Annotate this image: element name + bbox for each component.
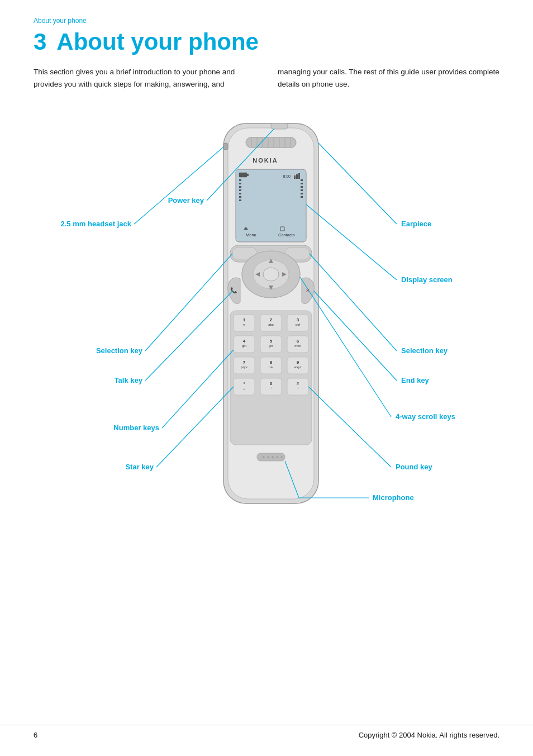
- svg-text:Star key: Star key: [125, 463, 154, 471]
- svg-line-94: [134, 147, 223, 224]
- svg-point-43: [263, 268, 279, 281]
- svg-rect-14: [236, 169, 306, 242]
- svg-point-92: [281, 457, 283, 458]
- svg-line-98: [310, 254, 397, 351]
- svg-point-88: [263, 457, 265, 458]
- footer: 6 Copyright © 2004 Nokia. All rights res…: [0, 725, 533, 739]
- svg-line-103: [156, 387, 234, 467]
- svg-text:ghi: ghi: [242, 344, 246, 348]
- svg-text:8: 8: [270, 360, 273, 365]
- svg-text:7: 7: [243, 360, 246, 365]
- svg-text:End key: End key: [401, 376, 430, 384]
- svg-text:4: 4: [243, 339, 246, 344]
- svg-text:pqrs: pqrs: [241, 365, 248, 369]
- svg-text:📞: 📞: [230, 287, 237, 294]
- svg-rect-25: [239, 193, 241, 194]
- svg-text:3: 3: [297, 317, 299, 322]
- svg-text:def: def: [296, 323, 301, 326]
- svg-text:Contacts: Contacts: [278, 232, 295, 237]
- svg-text:#: #: [297, 381, 299, 386]
- svg-text:Earpiece: Earpiece: [401, 220, 431, 228]
- copyright: Copyright © 2004 Nokia. All rights reser…: [359, 731, 499, 739]
- intro-col2: managing your calls. The rest of this gu…: [278, 66, 499, 90]
- svg-text:Selection key: Selection key: [96, 346, 143, 355]
- svg-text:⌃: ⌃: [297, 387, 299, 391]
- svg-rect-31: [301, 189, 303, 191]
- svg-text:2: 2: [270, 317, 273, 322]
- svg-text:Talk key: Talk key: [115, 376, 143, 384]
- svg-text:Microphone: Microphone: [373, 493, 414, 502]
- svg-text:Menu: Menu: [246, 232, 256, 237]
- svg-rect-2: [246, 137, 296, 148]
- svg-point-91: [277, 457, 278, 458]
- svg-rect-27: [239, 199, 241, 201]
- intro-section: This section gives you a brief introduct…: [34, 66, 499, 90]
- svg-text:8:00: 8:00: [283, 174, 291, 178]
- svg-text:0: 0: [270, 381, 273, 386]
- svg-text:⌃: ⌃: [270, 387, 273, 391]
- svg-point-89: [268, 457, 269, 458]
- svg-rect-33: [301, 196, 303, 198]
- svg-rect-19: [296, 174, 298, 179]
- svg-line-95: [318, 143, 397, 224]
- svg-text:Number keys: Number keys: [113, 424, 159, 432]
- svg-text:6: 6: [297, 339, 299, 344]
- svg-text:Pound key: Pound key: [396, 463, 433, 471]
- svg-text:wxyz: wxyz: [293, 365, 301, 369]
- chapter-title: 3About your phone: [34, 29, 499, 55]
- svg-rect-20: [298, 173, 300, 179]
- svg-rect-28: [301, 179, 303, 181]
- svg-text:9: 9: [297, 360, 299, 365]
- svg-rect-12: [223, 143, 228, 150]
- breadcrumb: About your phone: [34, 17, 499, 25]
- page: About your phone 3About your phone This …: [0, 0, 533, 756]
- svg-point-90: [272, 457, 274, 458]
- svg-line-96: [306, 205, 397, 280]
- svg-text:Display screen: Display screen: [401, 275, 453, 284]
- svg-rect-24: [239, 189, 241, 191]
- svg-rect-30: [301, 186, 303, 188]
- svg-text:∞: ∞: [243, 323, 245, 326]
- svg-text:+: +: [243, 387, 245, 391]
- svg-text:NOKIA: NOKIA: [253, 157, 278, 164]
- svg-rect-21: [239, 179, 241, 181]
- svg-rect-16: [247, 174, 249, 176]
- phone-diagram: .lbl { font-family: Arial, Helvetica, sa…: [34, 107, 499, 565]
- svg-rect-11: [271, 123, 288, 129]
- svg-text:2.5 mm headset jack: 2.5 mm headset jack: [61, 220, 132, 228]
- svg-rect-23: [239, 186, 241, 188]
- svg-text:1: 1: [243, 317, 246, 322]
- svg-text:Power key: Power key: [168, 196, 204, 205]
- phone-illustration: .lbl { font-family: Arial, Helvetica, sa…: [34, 107, 533, 565]
- svg-text:tuv: tuv: [269, 365, 273, 369]
- page-number: 6: [34, 731, 37, 739]
- svg-rect-32: [301, 193, 303, 194]
- svg-line-99: [145, 291, 232, 381]
- svg-text:4-way scroll keys: 4-way scroll keys: [396, 412, 455, 421]
- svg-text:5: 5: [270, 339, 273, 344]
- svg-rect-18: [294, 175, 296, 179]
- intro-col1: This section gives you a brief introduct…: [34, 66, 255, 90]
- svg-rect-15: [239, 173, 247, 177]
- svg-rect-29: [301, 183, 303, 184]
- chapter-number: 3: [34, 28, 46, 55]
- svg-rect-26: [239, 196, 241, 198]
- svg-rect-22: [239, 183, 241, 184]
- svg-text:Selection key: Selection key: [401, 346, 448, 355]
- svg-text:jkl: jkl: [269, 344, 273, 348]
- svg-line-97: [145, 254, 232, 351]
- svg-text:mno: mno: [294, 344, 301, 348]
- svg-text:abc: abc: [268, 323, 274, 326]
- chapter-title-text: About your phone: [56, 28, 259, 55]
- svg-line-104: [308, 387, 391, 467]
- svg-line-101: [162, 350, 234, 428]
